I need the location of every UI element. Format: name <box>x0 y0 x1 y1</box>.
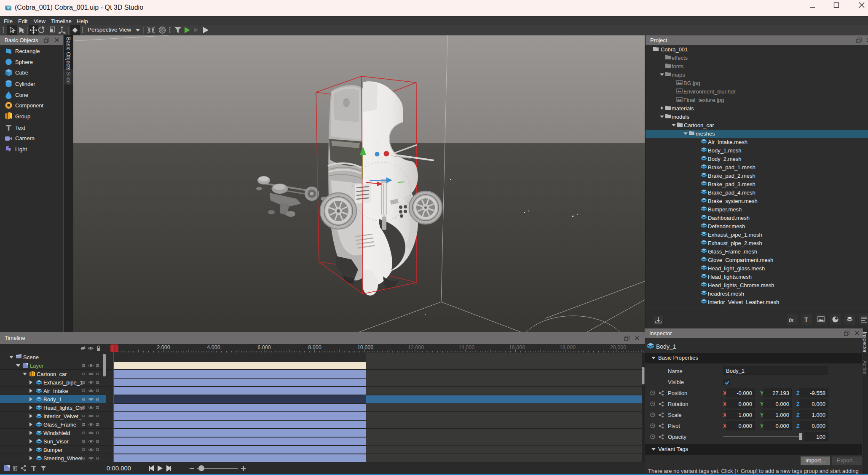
svg-text:Interior_Velvet_Leather.mesh: Interior_Velvet_Leather.mesh <box>708 299 779 305</box>
svg-text:Final_texture.jpg: Final_texture.jpg <box>683 97 724 103</box>
svg-text:Brake_system.mesh: Brake_system.mesh <box>708 198 758 204</box>
svg-text:Exhaust_pipe_2.mesh: Exhaust_pipe_2.mesh <box>708 240 762 246</box>
svg-text:Exhaust_pipe_1: Exhaust_pipe_1 <box>43 379 83 386</box>
svg-text:Scene: Scene <box>23 354 39 360</box>
svg-text:8.000: 8.000 <box>308 344 321 350</box>
svg-text:1.000: 1.000 <box>812 412 825 418</box>
svg-text:effects: effects <box>672 55 688 61</box>
svg-text:10.000: 10.000 <box>357 344 373 350</box>
svg-text:BG.jpg: BG.jpg <box>683 80 700 86</box>
svg-text:0.000: 0.000 <box>812 401 825 407</box>
svg-text:100: 100 <box>816 434 825 440</box>
svg-text:1.000: 1.000 <box>738 412 752 418</box>
svg-text:Z: Z <box>796 401 800 407</box>
svg-text:materials: materials <box>672 105 694 112</box>
svg-text:Perspective View: Perspective View <box>88 27 131 33</box>
svg-text:Glove_Compartment.mesh: Glove_Compartment.mesh <box>708 257 773 263</box>
svg-text:0:00.000: 0:00.000 <box>107 464 131 472</box>
svg-text:Body_1: Body_1 <box>43 396 62 403</box>
svg-text:Defender.mesh: Defender.mesh <box>708 223 745 229</box>
svg-text:headrest.mesh: headrest.mesh <box>708 291 744 297</box>
svg-text:Air_Intake.mesh: Air_Intake.mesh <box>708 139 747 145</box>
svg-text:Windshield: Windshield <box>43 430 70 436</box>
svg-text:Layer: Layer <box>30 363 44 369</box>
svg-text:0.000: 0.000 <box>775 423 789 429</box>
svg-text:0.000: 0.000 <box>738 423 752 429</box>
svg-text:-0.000: -0.000 <box>737 390 752 396</box>
svg-text:Head_light_glass.mesh: Head_light_glass.mesh <box>708 265 765 272</box>
svg-text:0.000: 0.000 <box>812 423 825 429</box>
svg-text:Interior_Velvet_: Interior_Velvet_ <box>43 413 82 419</box>
svg-text:Head_lights_Chrome.mesh: Head_lights_Chrome.mesh <box>708 282 774 288</box>
svg-text:6.000: 6.000 <box>257 344 271 350</box>
svg-text:Cobra_001: Cobra_001 <box>661 46 688 53</box>
svg-text:Head_lights_Chr: Head_lights_Chr <box>43 405 85 411</box>
svg-text:16.000: 16.000 <box>509 344 525 350</box>
svg-text:Brake_pad_3.mesh: Brake_pad_3.mesh <box>708 181 755 187</box>
svg-text:Sun_Visor: Sun_Visor <box>43 438 69 445</box>
svg-text:Environment_blur.hdr: Environment_blur.hdr <box>683 88 736 95</box>
svg-text:Bumper.mesh: Bumper.mesh <box>708 206 742 213</box>
svg-text:27.193: 27.193 <box>772 390 789 396</box>
svg-text:14.000: 14.000 <box>458 344 474 350</box>
svg-text:Glass_Frame .mesh: Glass_Frame .mesh <box>708 248 757 255</box>
svg-text:3D: 3D <box>7 7 11 10</box>
svg-text:Opacity: Opacity <box>668 434 687 440</box>
svg-text:maps: maps <box>672 72 685 78</box>
svg-text:Head_lights.mesh: Head_lights.mesh <box>708 274 752 280</box>
svg-text:Z: Z <box>796 412 800 418</box>
svg-text:Glass_Frame: Glass_Frame <box>43 422 76 428</box>
svg-text:Z: Z <box>796 390 800 396</box>
svg-text:Body_2.mesh: Body_2.mesh <box>708 156 742 162</box>
svg-text:Position: Position <box>668 390 687 396</box>
svg-text:12.000: 12.000 <box>408 344 424 350</box>
svg-text:Exhaust_pipe_1.mesh: Exhaust_pipe_1.mesh <box>708 232 762 238</box>
svg-text:fonts: fonts <box>672 63 684 69</box>
svg-text:Body_1.mesh: Body_1.mesh <box>708 147 742 154</box>
svg-text:1.000: 1.000 <box>775 412 789 418</box>
svg-text:Brake_pad_4.mesh: Brake_pad_4.mesh <box>708 189 755 196</box>
svg-text:18.000: 18.000 <box>560 344 576 350</box>
svg-text:2.000: 2.000 <box>157 344 170 350</box>
svg-text:Rotation: Rotation <box>668 401 688 407</box>
svg-text:Brake_pad_1.mesh: Brake_pad_1.mesh <box>708 164 755 171</box>
svg-text:Scale: Scale <box>668 412 682 418</box>
svg-text:0.000: 0.000 <box>775 401 789 407</box>
svg-text:meshes: meshes <box>696 131 715 137</box>
svg-text:models: models <box>672 114 689 120</box>
svg-text:-9.558: -9.558 <box>810 390 825 396</box>
svg-text:0.000: 0.000 <box>738 401 752 407</box>
svg-text:Steering_Wheel: Steering_Wheel <box>43 455 83 462</box>
svg-text:Cartoon_car: Cartoon_car <box>37 371 67 377</box>
svg-text:Z: Z <box>796 423 800 429</box>
svg-text:Cartoon_car: Cartoon_car <box>684 122 714 128</box>
svg-text:Bumper: Bumper <box>43 447 63 453</box>
svg-text:Air_Intake: Air_Intake <box>43 388 68 394</box>
svg-text:20.000: 20.000 <box>610 344 626 350</box>
svg-text:4.000: 4.000 <box>207 344 220 350</box>
svg-text:Pivot: Pivot <box>668 423 680 429</box>
svg-text:Brake_pad_2.mesh: Brake_pad_2.mesh <box>708 173 755 179</box>
svg-text:Dashboard.mesh: Dashboard.mesh <box>708 215 750 221</box>
